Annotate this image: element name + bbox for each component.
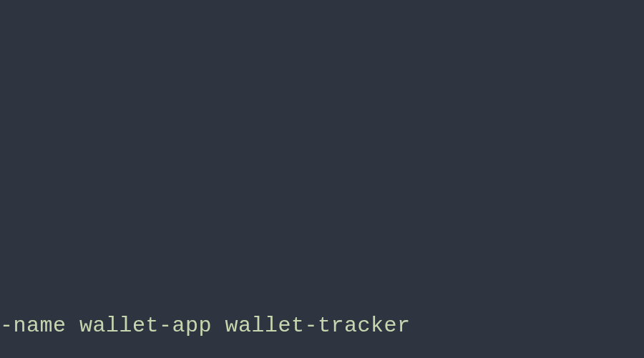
command-line-text: -name wallet-app wallet-tracker — [0, 314, 411, 338]
terminal-window[interactable]: -name wallet-app wallet-tracker — [0, 0, 644, 358]
